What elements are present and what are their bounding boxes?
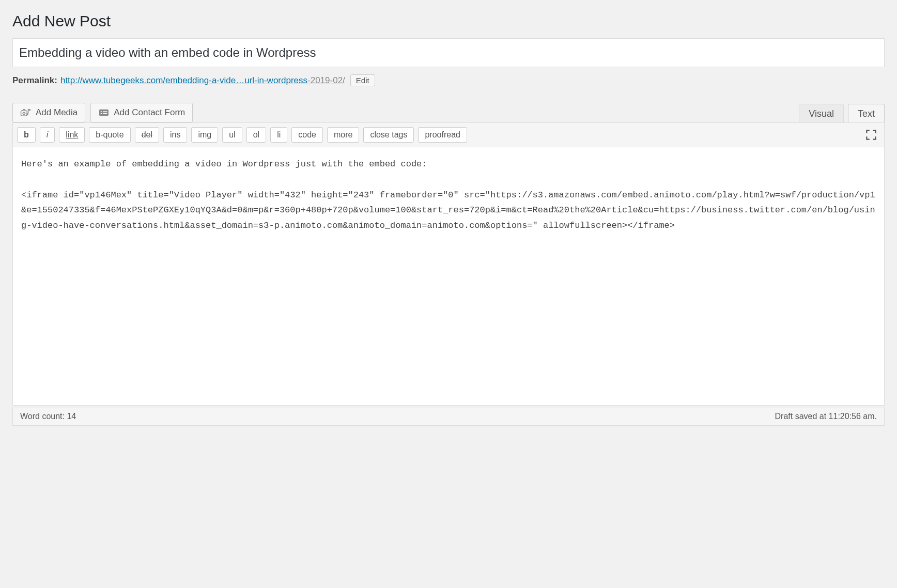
svg-rect-5 <box>103 111 107 112</box>
form-icon <box>98 108 110 117</box>
qt-li-button[interactable]: li <box>270 127 287 143</box>
permalink-link[interactable]: http://www.tubegeeks.com/embedding-a-vid… <box>60 75 345 86</box>
permalink-label: Permalink: <box>12 75 57 86</box>
svg-rect-7 <box>103 113 107 114</box>
content-textarea[interactable] <box>12 147 885 406</box>
svg-rect-4 <box>101 111 102 112</box>
word-count-value: 14 <box>67 412 76 421</box>
svg-rect-6 <box>101 113 102 114</box>
tab-text[interactable]: Text <box>848 104 885 122</box>
qt-ins-button[interactable]: ins <box>163 127 187 143</box>
save-status: Draft saved at 11:20:56 am. <box>775 412 877 421</box>
editor-tabs: Visual Text <box>799 104 885 122</box>
qt-ul-button[interactable]: ul <box>222 127 242 143</box>
add-media-label: Add Media <box>36 107 78 118</box>
fullscreen-icon[interactable] <box>864 128 878 142</box>
word-count: Word count: 14 <box>20 412 76 421</box>
qt-italic-button[interactable]: i <box>40 127 55 143</box>
add-contact-form-button[interactable]: Add Contact Form <box>90 103 193 122</box>
svg-rect-0 <box>21 111 27 116</box>
qt-ol-button[interactable]: ol <box>246 127 266 143</box>
permalink-row: Permalink: http://www.tubegeeks.com/embe… <box>12 74 885 86</box>
qt-proofread-button[interactable]: proofread <box>418 127 467 143</box>
add-media-button[interactable]: Add Media <box>12 103 85 122</box>
tab-visual[interactable]: Visual <box>799 104 844 122</box>
post-title-input[interactable] <box>12 38 885 67</box>
svg-point-1 <box>23 112 25 114</box>
add-contact-form-label: Add Contact Form <box>114 107 185 118</box>
permalink-suffix: -2019-02/ <box>307 75 345 85</box>
edit-permalink-button[interactable]: Edit <box>350 74 375 86</box>
permalink-slug: embedding-a-vide…url-in-wordpress <box>165 75 307 85</box>
qt-bold-button[interactable]: b <box>17 127 36 143</box>
svg-rect-3 <box>99 110 109 116</box>
qt-code-button[interactable]: code <box>291 127 323 143</box>
word-count-label: Word count: <box>20 412 67 421</box>
qt-blockquote-button[interactable]: b-quote <box>89 127 130 143</box>
qt-close-tags-button[interactable]: close tags <box>363 127 414 143</box>
status-bar: Word count: 14 Draft saved at 11:20:56 a… <box>12 407 885 426</box>
camera-music-icon <box>20 108 32 117</box>
permalink-base: http://www.tubegeeks.com/ <box>60 75 165 85</box>
qt-link-button[interactable]: link <box>59 127 85 143</box>
qt-del-button[interactable]: del <box>135 127 159 143</box>
page-title: Add New Post <box>12 12 885 30</box>
qt-img-button[interactable]: img <box>191 127 218 143</box>
qt-more-button[interactable]: more <box>327 127 359 143</box>
svg-point-2 <box>26 113 28 115</box>
editor-toolbar: b i link b-quote del ins img ul ol li co… <box>12 122 885 147</box>
